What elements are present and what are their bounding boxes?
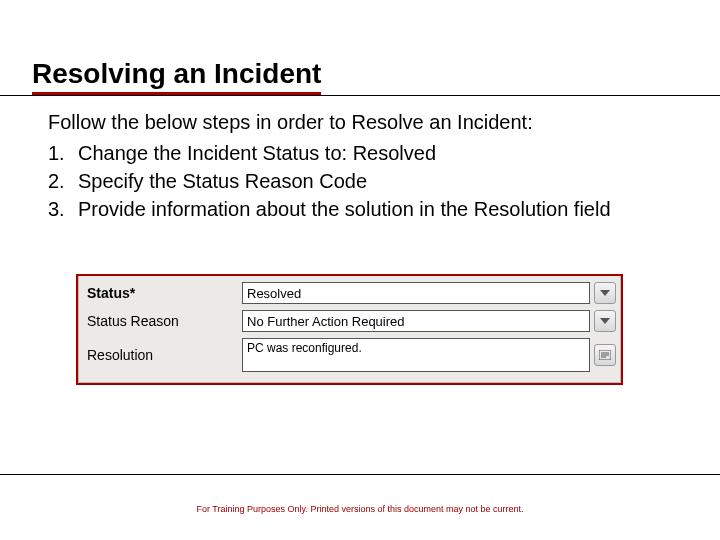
intro-text: Follow the below steps in order to Resol… [48, 110, 660, 135]
resolution-label: Resolution [83, 347, 242, 363]
step-text: Change the Incident Status to: Resolved [78, 140, 660, 166]
status-reason-field-wrap: No Further Action Required [242, 310, 616, 332]
step-number: 1. [48, 140, 78, 166]
status-dropdown-button[interactable] [594, 282, 616, 304]
chevron-down-icon [600, 290, 610, 296]
status-label: Status* [83, 285, 242, 301]
form-panel: Status* Resolved Status Reason No Furthe… [78, 276, 621, 383]
status-reason-field[interactable]: No Further Action Required [242, 310, 590, 332]
resolution-editor-button[interactable] [594, 344, 616, 366]
list-item: 3. Provide information about the solutio… [48, 196, 660, 222]
status-reason-label: Status Reason [83, 313, 242, 329]
list-item: 1. Change the Incident Status to: Resolv… [48, 140, 660, 166]
text-editor-icon [599, 350, 611, 360]
slide: Resolving an Incident Follow the below s… [0, 0, 720, 540]
status-field[interactable]: Resolved [242, 282, 590, 304]
status-field-wrap: Resolved [242, 282, 616, 304]
step-text: Specify the Status Reason Code [78, 168, 660, 194]
resolution-row: Resolution PC was reconfigured. [83, 338, 616, 372]
status-row: Status* Resolved [83, 282, 616, 304]
footer-rule [0, 474, 720, 475]
steps-list: 1. Change the Incident Status to: Resolv… [48, 140, 660, 224]
resolution-field-wrap: PC was reconfigured. [242, 338, 616, 372]
step-number: 2. [48, 168, 78, 194]
form-screenshot: Status* Resolved Status Reason No Furthe… [76, 274, 623, 385]
step-number: 3. [48, 196, 78, 222]
chevron-down-icon [600, 318, 610, 324]
page-title: Resolving an Incident [32, 58, 321, 95]
footer-text: For Training Purposes Only. Printed vers… [0, 504, 720, 514]
list-item: 2. Specify the Status Reason Code [48, 168, 660, 194]
step-text: Provide information about the solution i… [78, 196, 660, 222]
status-reason-row: Status Reason No Further Action Required [83, 310, 616, 332]
title-underline [0, 95, 720, 96]
resolution-field[interactable]: PC was reconfigured. [242, 338, 590, 372]
status-reason-dropdown-button[interactable] [594, 310, 616, 332]
